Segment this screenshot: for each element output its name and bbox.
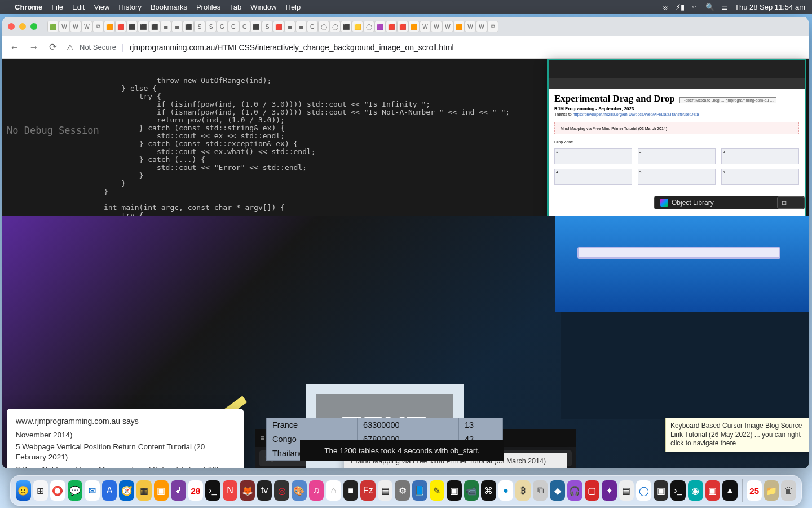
terminal-icon[interactable]: ›_	[670, 480, 686, 501]
close-window-button[interactable]	[8, 23, 15, 30]
finder-icon[interactable]: 🙂	[16, 480, 31, 501]
inset-thumb[interactable]: 2	[638, 148, 716, 164]
pinned-tab[interactable]: 🟥	[386, 21, 397, 32]
dock-app-icon[interactable]: ⌘	[481, 480, 496, 501]
pinned-tab[interactable]: ⬛	[126, 21, 138, 32]
podcast-icon[interactable]: 🎧	[567, 480, 582, 501]
pinned-tab[interactable]: ≣	[160, 21, 171, 32]
app-name[interactable]: Chrome	[15, 3, 42, 11]
dock-app-icon[interactable]: ▣	[447, 480, 462, 501]
pinned-tab[interactable]: ⬛	[341, 21, 352, 32]
pinned-tab[interactable]: W	[420, 21, 431, 32]
pinned-tab[interactable]: W	[431, 21, 442, 32]
pinned-tab[interactable]: W	[476, 21, 487, 32]
pinned-tab[interactable]: G	[239, 21, 250, 32]
hamburger-icon[interactable]: ≡	[261, 434, 264, 442]
pinned-tab[interactable]: 🟥	[273, 21, 284, 32]
pinned-tab[interactable]: ⧉	[92, 21, 104, 32]
bitcoin-icon[interactable]: ₿	[515, 480, 531, 501]
launchpad-icon[interactable]: ⊞	[33, 480, 48, 501]
trash-icon[interactable]: 🗑	[781, 480, 796, 501]
dock-app-icon[interactable]: ◎	[274, 480, 289, 501]
pinned-tab[interactable]: S	[194, 21, 205, 32]
messages-icon[interactable]: 💬	[68, 480, 83, 501]
wifi-icon[interactable]: ᯤ	[691, 3, 699, 11]
dock-app-icon[interactable]: ⭕	[50, 480, 65, 501]
notes-icon[interactable]: ✎	[430, 480, 445, 501]
pinned-tab[interactable]: 🟧	[104, 21, 115, 32]
firefox-icon[interactable]: 🦊	[240, 480, 255, 501]
address-bar[interactable]: ⚠ Not Secure | rjmprogramming.com.au/HTM…	[67, 43, 802, 52]
music-icon[interactable]: ♫	[309, 480, 324, 501]
dock-app-icon[interactable]: ✦	[602, 480, 617, 501]
inset-thanks-link[interactable]: https://developer.mozilla.org/en-US/docs…	[573, 112, 699, 116]
dock-app-icon[interactable]: ■	[343, 480, 359, 501]
dock-app-icon[interactable]: ▤	[619, 480, 634, 501]
dock-app-icon[interactable]: ▢	[585, 480, 600, 501]
pinned-tab[interactable]: G	[228, 21, 239, 32]
menu-view[interactable]: View	[94, 3, 109, 11]
clock[interactable]: Thu 28 Sep 11:54 am	[735, 3, 805, 11]
pinned-tab[interactable]: ⬛	[149, 21, 160, 32]
zoom-window-button[interactable]	[30, 23, 37, 30]
safari-icon[interactable]: 🧭	[119, 480, 134, 501]
news-icon[interactable]: N	[223, 480, 238, 501]
pinned-tab[interactable]: ◯	[363, 21, 374, 32]
pinned-tab[interactable]: ⬛	[183, 21, 194, 32]
inset-thumb[interactable]: 4	[554, 169, 632, 185]
menu-window[interactable]: Window	[250, 3, 276, 11]
dock-app-icon[interactable]: ▣	[654, 480, 669, 501]
facetime-icon[interactable]: 📹	[464, 480, 479, 501]
dock-app-icon[interactable]: ▣	[154, 480, 169, 501]
inset-thumb[interactable]: 5	[638, 169, 716, 185]
pinned-tab[interactable]: 🟥	[115, 21, 126, 32]
inset-thumb[interactable]: 3	[721, 148, 799, 164]
pinned-tab[interactable]: 🟩	[47, 21, 59, 32]
dock-folder-icon[interactable]: 📁	[764, 480, 779, 501]
pinned-tab[interactable]: W	[81, 21, 92, 32]
pinned-tab[interactable]: G	[307, 21, 318, 32]
pinned-tab[interactable]: ◯	[329, 21, 341, 32]
menu-bookmarks[interactable]: Bookmarks	[151, 3, 187, 11]
pinned-tab[interactable]: ≣	[295, 21, 307, 32]
menu-file[interactable]: File	[51, 3, 63, 11]
pinned-tab[interactable]: ≣	[284, 21, 295, 32]
menu-edit[interactable]: Edit	[72, 3, 85, 11]
pinned-tab[interactable]: W	[70, 21, 81, 32]
pinned-tab[interactable]: ⬛	[250, 21, 262, 32]
bluetooth-icon[interactable]: ⨳	[661, 3, 669, 11]
pinned-tab[interactable]: ⧉	[487, 21, 498, 32]
pinned-tab[interactable]: S	[262, 21, 273, 32]
minimize-window-button[interactable]	[19, 23, 26, 30]
pinned-tab[interactable]: ≣	[171, 21, 183, 32]
menu-profiles[interactable]: Profiles	[196, 3, 220, 11]
pinned-tab[interactable]: G	[217, 21, 228, 32]
filezilla-icon[interactable]: Fz	[360, 480, 376, 501]
appletv-icon[interactable]: tv	[257, 480, 272, 501]
inset-dropzone[interactable]: Mind Mapping via Free Mind Primer Tutori…	[554, 122, 799, 134]
dock-app-icon[interactable]: 📘	[412, 480, 427, 501]
podcast-icon[interactable]: 🎙	[171, 480, 186, 501]
dock-app-icon[interactable]: ⧉	[533, 480, 548, 501]
pinned-tab[interactable]: ◯	[318, 21, 329, 32]
terminal-icon[interactable]: ›_	[205, 480, 220, 501]
object-library-viewmode[interactable]: ⊞≡	[777, 196, 804, 209]
reload-button[interactable]: ⟳	[47, 42, 59, 53]
menu-tab[interactable]: Tab	[230, 3, 241, 11]
spotlight-icon[interactable]: 🔍	[705, 3, 714, 11]
dock-app-icon[interactable]: ▣	[705, 480, 721, 501]
pinned-tab[interactable]: 🟥	[397, 21, 408, 32]
pinned-tab[interactable]: W	[465, 21, 476, 32]
pinned-tab[interactable]: 🟪	[374, 21, 386, 32]
dock-app-icon[interactable]: ⌂	[326, 480, 341, 501]
menu-help[interactable]: Help	[286, 3, 301, 11]
dock-app-icon[interactable]: ◉	[688, 480, 703, 501]
dock-app-icon[interactable]: ▦	[136, 480, 152, 501]
dock-app-icon[interactable]: ◯	[636, 480, 651, 501]
pinned-tab[interactable]: W	[442, 21, 453, 32]
pinned-tab[interactable]: 🟧	[453, 21, 465, 32]
battery-icon[interactable]: ⚡︎▮	[676, 3, 685, 11]
settings-icon[interactable]: ⚙	[395, 480, 410, 501]
inset-thumb[interactable]: 6	[721, 169, 799, 185]
back-button[interactable]: ←	[9, 42, 20, 53]
